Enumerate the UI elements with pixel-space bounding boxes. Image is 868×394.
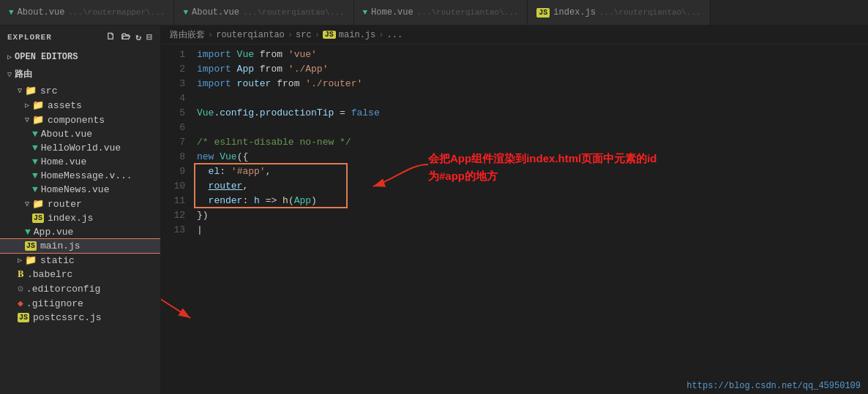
file-postcssrc[interactable]: JS postcssrc.js [0, 311, 160, 325]
code-editor[interactable]: 1 2 3 4 5 6 7 8 9 10 11 12 13 import Vue… [161, 45, 868, 394]
folder-icon: 📁 [32, 114, 44, 126]
code-content: import Vue from 'vue' import App from '.… [194, 48, 868, 394]
folder-name: static [40, 255, 75, 266]
tab-label: About.vue [192, 7, 239, 18]
code-line-7: /* eslint-disable no-new */ [197, 135, 868, 150]
file-gitignore[interactable]: ◆ .gitignore [0, 296, 160, 311]
bottom-url: https://blog.csdn.net/qq_45950109 [686, 381, 861, 391]
file-homenews-vue[interactable]: ▼ HomeNews.vue [0, 183, 160, 197]
vue-file-icon: ▼ [32, 129, 38, 140]
tab-about-vue-1[interactable]: ▼ About.vue ...\routermapper\... [0, 0, 174, 25]
code-line-13: | [197, 223, 868, 238]
tab-path: ...\routermapper\... [68, 8, 165, 17]
tab-index-js[interactable]: JS index.js ...\routerqiantao\... [528, 0, 710, 25]
vue-file-icon: ▼ [32, 143, 38, 154]
project-section[interactable]: ▽ 路由 [0, 65, 160, 83]
folder-icon: 📁 [32, 198, 44, 210]
file-editorconfig[interactable]: ⚙ .editorconfig [0, 281, 160, 296]
file-babelrc[interactable]: 𝐁 .babelrc [0, 268, 160, 281]
file-name: .babelrc [27, 269, 72, 280]
tab-home-vue[interactable]: ▼ Home.vue ...\routerqiantao\... [354, 0, 528, 25]
code-line-11: render: h => h(App) [197, 194, 868, 208]
folder-name: assets [48, 100, 82, 111]
folder-icon: 📁 [25, 85, 37, 96]
file-homemessage-vue[interactable]: ▼ HomeMessage.v... [0, 169, 160, 183]
file-name: index.js [48, 213, 93, 224]
explorer-label: EXPLORER [7, 33, 52, 42]
sidebar: EXPLORER 🗋 🗁 ↻ ⊟ ▷ OPEN EDITORS ▽ 路由 ▽ 📁… [0, 26, 161, 394]
file-name: HomeNews.vue [41, 184, 110, 195]
breadcrumb-sep: › [208, 30, 213, 40]
folder-name: src [40, 86, 57, 96]
js-file-icon: JS [32, 213, 44, 223]
vue-icon: ▼ [183, 8, 188, 17]
collapse-icon[interactable]: ⊟ [146, 31, 153, 43]
vue-file-icon: ▼ [32, 156, 38, 167]
breadcrumb-part: routerqiantao [216, 30, 285, 40]
folder-name: router [48, 199, 82, 210]
folder-arrow: ▷ [25, 101, 29, 110]
folder-arrow: ▷ [18, 256, 22, 265]
config-icon: ⚙ [18, 283, 23, 295]
file-name: HelloWorld.vue [41, 143, 121, 154]
folder-static[interactable]: ▷ 📁 static [0, 253, 160, 268]
breadcrumb-part: main.js [339, 30, 375, 40]
breadcrumb-part: src [296, 30, 312, 40]
code-line-2: import App from './App' [197, 62, 868, 77]
explorer-header: EXPLORER 🗋 🗁 ↻ ⊟ [0, 26, 160, 49]
vue-icon: ▼ [9, 8, 14, 17]
folder-components[interactable]: ▽ 📁 components [0, 113, 160, 127]
js-badge: JS [323, 31, 336, 39]
tab-about-vue-2[interactable]: ▼ About.vue ...\routerqiantao\... [174, 0, 353, 25]
file-home-vue[interactable]: ▼ Home.vue [0, 155, 160, 169]
file-app-vue[interactable]: ▼ App.vue [0, 225, 160, 239]
breadcrumb-sep: › [378, 30, 384, 40]
vue-icon: ▼ [363, 8, 368, 17]
breadcrumb-sep: › [315, 30, 320, 40]
annotation-text: 会把App组件渲染到index.html页面中元素的id 为#app的地方 [428, 150, 657, 185]
folder-src[interactable]: ▽ 📁 src [0, 83, 160, 98]
explorer-icons: 🗋 🗁 ↻ ⊟ [106, 31, 153, 43]
vue-file-icon: ▼ [32, 170, 38, 181]
tab-label: About.vue [18, 7, 65, 18]
folder-arrow: ▽ [18, 86, 22, 95]
file-name: Home.vue [41, 156, 86, 167]
folder-icon: 📁 [25, 254, 37, 266]
main-layout: EXPLORER 🗋 🗁 ↻ ⊟ ▷ OPEN EDITORS ▽ 路由 ▽ 📁… [0, 26, 868, 394]
file-name: main.js [40, 240, 81, 251]
folder-icon: 📁 [32, 99, 44, 111]
breadcrumb-sep: › [288, 30, 293, 40]
code-line-6 [197, 121, 868, 135]
annotation-line1: 会把App组件渲染到index.html页面中元素的id [428, 152, 657, 164]
line-numbers: 1 2 3 4 5 6 7 8 9 10 11 12 13 [161, 48, 194, 394]
tab-path: ...\routerqiantao\... [417, 8, 519, 17]
code-line-12: }) [197, 208, 868, 223]
folder-arrow: ▽ [25, 200, 29, 208]
folder-assets[interactable]: ▷ 📁 assets [0, 98, 160, 113]
breadcrumb-part: 路由嵌套 [170, 29, 205, 41]
open-editors-label: OPEN EDITORS [15, 52, 78, 62]
code-line-3: import router from './router' [197, 77, 868, 91]
annotation-line2: 为#app的地方 [428, 170, 498, 182]
file-helloworld-vue[interactable]: ▼ HelloWorld.vue [0, 141, 160, 155]
breadcrumb: 路由嵌套 › routerqiantao › src › JS main.js … [161, 26, 868, 45]
refresh-icon[interactable]: ↻ [135, 31, 142, 43]
file-router-index-js[interactable]: JS index.js [0, 211, 160, 225]
code-line-4 [197, 91, 868, 106]
folder-router[interactable]: ▽ 📁 router [0, 197, 160, 211]
open-editors-section[interactable]: ▷ OPEN EDITORS [0, 49, 160, 65]
file-name: About.vue [41, 129, 92, 140]
editor-area: 路由嵌套 › routerqiantao › src › JS main.js … [161, 26, 868, 394]
code-line-1: import Vue from 'vue' [197, 48, 868, 62]
new-folder-icon[interactable]: 🗁 [121, 31, 131, 43]
section-arrow: ▷ [7, 53, 12, 61]
js-icon: JS [536, 8, 550, 18]
folder-name: components [48, 115, 105, 126]
file-name: .gitignore [26, 298, 83, 309]
vue-file-icon: ▼ [25, 227, 31, 238]
new-file-icon[interactable]: 🗋 [106, 31, 116, 43]
file-about-vue[interactable]: ▼ About.vue [0, 127, 160, 141]
file-main-js[interactable]: JS main.js [0, 239, 160, 253]
vue-file-icon: ▼ [32, 184, 38, 195]
tab-path: ...\routerqiantao\... [243, 8, 345, 17]
